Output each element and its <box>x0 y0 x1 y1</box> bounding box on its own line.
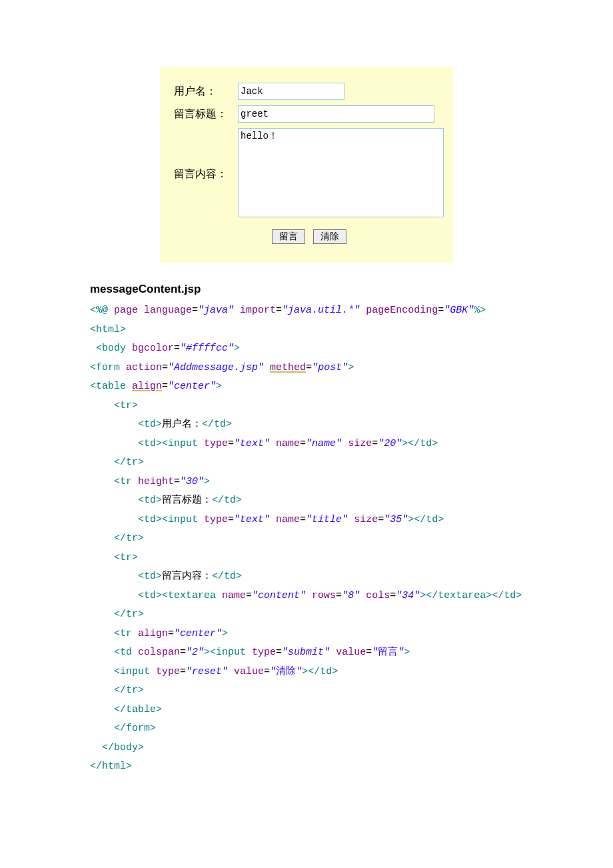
username-input[interactable] <box>238 83 344 100</box>
filename-heading: messageContent.jsp <box>90 283 523 296</box>
title-input[interactable] <box>238 105 434 123</box>
reset-button[interactable] <box>313 229 346 244</box>
label-title: 留言标题： <box>170 103 234 125</box>
row-title: 留言标题： <box>170 103 448 125</box>
form-preview: 用户名： 留言标题： 留言内容： <box>160 67 453 263</box>
label-content: 留言内容： <box>170 125 234 223</box>
code-block: <%@ page language="java" import="java.ut… <box>90 301 523 777</box>
content-textarea[interactable] <box>238 128 444 217</box>
row-buttons <box>170 223 448 247</box>
form-table: 用户名： 留言标题： 留言内容： <box>170 80 448 247</box>
row-content: 留言内容： <box>170 125 448 223</box>
submit-button[interactable] <box>272 229 305 244</box>
label-username: 用户名： <box>170 80 234 103</box>
row-username: 用户名： <box>170 80 448 103</box>
